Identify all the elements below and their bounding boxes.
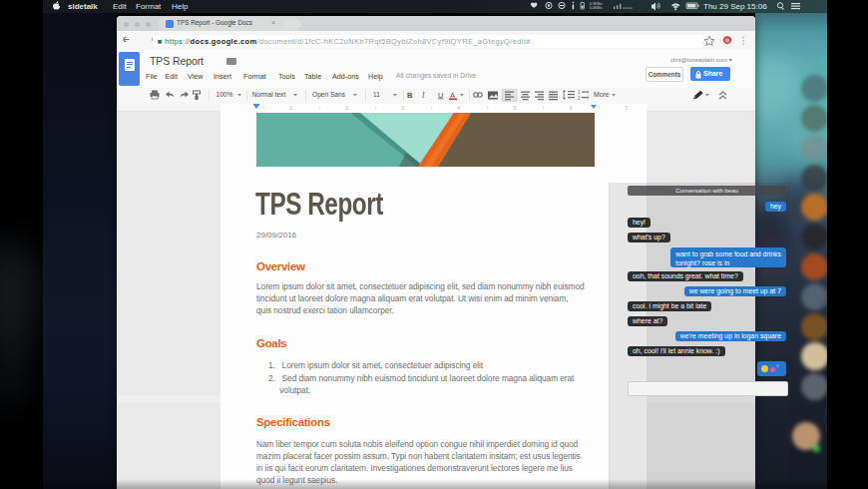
svg-text:I: I	[421, 91, 425, 100]
svg-text:Normal text: Normal text	[252, 91, 286, 98]
svg-text:6: 6	[570, 105, 573, 111]
svg-text:A: A	[450, 91, 455, 100]
svg-text:2: 2	[346, 105, 349, 111]
svg-text:3: 3	[402, 105, 405, 111]
svg-text:2: 2	[578, 96, 581, 101]
svg-text:U: U	[438, 91, 443, 100]
svg-text:1: 1	[290, 105, 293, 111]
svg-text:More: More	[594, 91, 610, 98]
svg-text:11: 11	[373, 91, 380, 98]
svg-text:B: B	[407, 91, 413, 100]
svg-text:4: 4	[458, 105, 461, 111]
svg-text:0.0KB/s: 0.0KB/s	[590, 6, 603, 10]
svg-text:100%: 100%	[217, 91, 233, 98]
svg-text:Thu 29 Sep 15:06: Thu 29 Sep 15:06	[703, 2, 767, 11]
svg-text:1: 1	[578, 90, 581, 95]
svg-text:5: 5	[514, 105, 517, 111]
svg-text:7: 7	[626, 105, 629, 111]
svg-text:Open Sans: Open Sans	[312, 91, 346, 99]
